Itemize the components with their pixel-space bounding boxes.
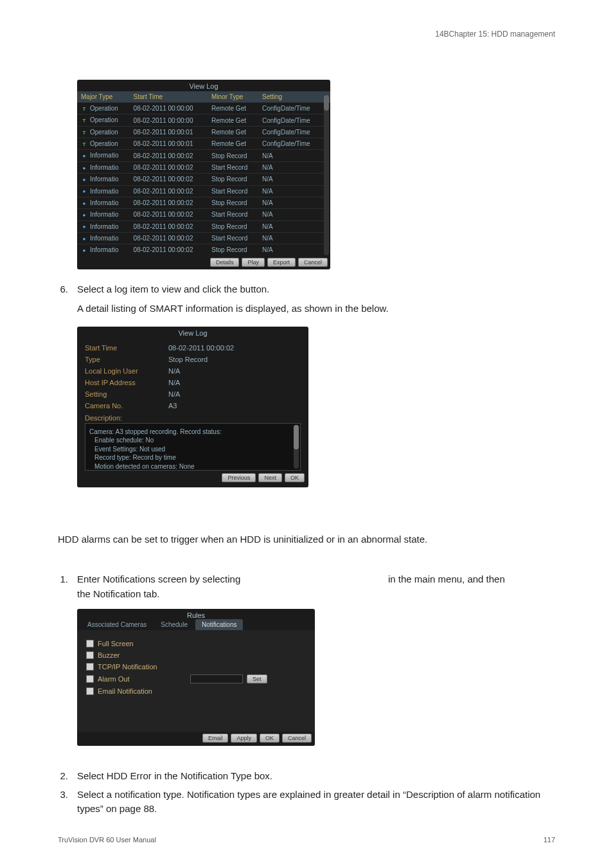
tab-associated-cameras[interactable]: Associated Cameras xyxy=(81,619,153,630)
export-button[interactable]: Export xyxy=(267,258,296,267)
lbl-alarm-out: Alarm Out xyxy=(98,675,186,683)
lbl-email-notification: Email Notification xyxy=(98,687,152,695)
information-icon: ● xyxy=(81,153,87,159)
description-textbox: Camera: A3 stopped recording. Record sta… xyxy=(85,423,301,471)
table-row[interactable]: ●Informatio 08-02-2011 00:00:02Stop Reco… xyxy=(77,174,330,185)
step-2: 2. Select HDD Error in the Notification … xyxy=(58,769,555,784)
table-row[interactable]: TOperation 08-02-2011 00:00:00Remote Get… xyxy=(77,103,330,114)
step-1-right: in the main menu, and then xyxy=(388,572,555,601)
page-footer: TruVision DVR 60 User Manual 117 xyxy=(58,836,555,844)
set-button[interactable]: Set xyxy=(247,674,267,683)
opt-email-notification[interactable]: Email Notification xyxy=(86,685,306,697)
desc-l4: Record type: Record by time xyxy=(94,453,295,462)
val-setting: N/A xyxy=(168,390,180,398)
details-button[interactable]: Details xyxy=(210,258,240,267)
step-6-text-b: button. xyxy=(240,284,269,294)
lbl-buzzer: Buzzer xyxy=(98,651,120,659)
operation-icon: T xyxy=(81,141,87,147)
lbl-setting: Setting xyxy=(85,390,168,398)
cancel-button[interactable]: Cancel xyxy=(298,258,328,267)
tab-schedule[interactable]: Schedule xyxy=(154,619,194,630)
step-2-number: 2. xyxy=(58,769,68,784)
operation-icon: T xyxy=(81,129,87,136)
rules-tabs: Associated Cameras Schedule Notification… xyxy=(81,619,315,630)
checkbox-buzzer[interactable] xyxy=(86,651,94,659)
email-button[interactable]: Email xyxy=(202,734,229,743)
table-row[interactable]: ●Informatio 08-02-2011 00:00:02Start Rec… xyxy=(77,161,330,173)
checkbox-email-notification[interactable] xyxy=(86,687,94,695)
col-start[interactable]: Start Time xyxy=(130,91,208,103)
rules-footer: Email Apply OK Cancel xyxy=(77,732,315,746)
opt-full-screen[interactable]: Full Screen xyxy=(86,638,306,649)
detail-window: View Log Start Time08-02-2011 00:00:02 T… xyxy=(77,327,308,487)
opt-tcpip[interactable]: TCP/IP Notification xyxy=(86,661,306,673)
checkbox-alarm-out[interactable] xyxy=(86,675,94,683)
cancel-button-rules[interactable]: Cancel xyxy=(282,734,312,743)
step-3-text: Select a notification type. Notification… xyxy=(77,788,555,817)
rules-title: Rules xyxy=(77,609,315,619)
information-icon: ● xyxy=(81,165,87,171)
lbl-start-time: Start Time xyxy=(85,344,168,352)
table-row[interactable]: ●Informatio 08-02-2011 00:00:02Start Rec… xyxy=(77,185,330,197)
log-footer: Details Play Export Cancel xyxy=(77,256,330,269)
table-row[interactable]: ●Informatio 08-02-2011 00:00:02Stop Reco… xyxy=(77,197,330,208)
log-table: Major Type Start Time Minor Type Setting… xyxy=(77,91,330,256)
information-icon: ● xyxy=(81,188,87,195)
opt-buzzer[interactable]: Buzzer xyxy=(86,649,306,661)
table-row[interactable]: ●Informatio 08-02-2011 00:00:02Stop Reco… xyxy=(77,150,330,161)
lbl-full-screen: Full Screen xyxy=(98,640,134,647)
information-icon: ● xyxy=(81,200,87,206)
log-scrollbar[interactable] xyxy=(324,95,329,255)
detail-window-title: View Log xyxy=(77,327,308,338)
next-button[interactable]: Next xyxy=(258,473,282,482)
col-major[interactable]: Major Type xyxy=(77,91,130,103)
desc-l2: Enable schedule: No xyxy=(94,436,295,445)
step-6: 6. Select a log item to view and click t… xyxy=(58,282,555,323)
step-3-number: 3. xyxy=(58,788,68,817)
tab-notifications[interactable]: Notifications xyxy=(195,619,243,630)
val-type: Stop Record xyxy=(168,356,208,363)
table-row[interactable]: ●Informatio 08-02-2011 00:00:02Stop Reco… xyxy=(77,244,330,256)
step-6-text-a: Select a log item to view and click the xyxy=(77,284,240,294)
table-row[interactable]: TOperation 08-02-2011 00:00:01Remote Get… xyxy=(77,138,330,150)
detail-scroll-thumb[interactable] xyxy=(294,425,299,449)
col-minor[interactable]: Minor Type xyxy=(208,91,258,103)
detail-footer: Previous Next OK xyxy=(77,471,308,485)
val-local-login: N/A xyxy=(168,367,180,375)
checkbox-full-screen[interactable] xyxy=(86,640,94,647)
step-6-number: 6. xyxy=(58,282,68,323)
lbl-local-login: Local Login User xyxy=(85,367,168,375)
footer-page-number: 117 xyxy=(544,836,555,844)
opt-alarm-out: Alarm Out Set xyxy=(86,673,306,685)
play-button[interactable]: Play xyxy=(242,258,265,267)
step-1: 1. Enter Notifications screen by selecti… xyxy=(58,572,555,601)
apply-button[interactable]: Apply xyxy=(231,734,257,743)
table-row[interactable]: ●Informatio 08-02-2011 00:00:02Start Rec… xyxy=(77,232,330,244)
previous-button[interactable]: Previous xyxy=(222,473,256,482)
ok-button[interactable]: OK xyxy=(285,473,305,482)
checkbox-tcpip[interactable] xyxy=(86,663,94,671)
step-1-number: 1. xyxy=(58,572,68,601)
rules-window: Rules Associated Cameras Schedule Notifi… xyxy=(77,609,315,746)
table-row[interactable]: ●Informatio 08-02-2011 00:00:02Start Rec… xyxy=(77,209,330,221)
table-row[interactable]: ●Informatio 08-02-2011 00:00:02Stop Reco… xyxy=(77,221,330,232)
log-window-figure: View Log Major Type Start Time Minor Typ… xyxy=(77,80,555,269)
log-window-title: View Log xyxy=(77,80,330,91)
detail-scrollbar[interactable] xyxy=(294,425,299,469)
step-1-text-b: the Notification tab. xyxy=(77,588,159,599)
operation-icon: T xyxy=(81,118,87,124)
step-2-text: Select HDD Error in the Notification Typ… xyxy=(77,769,555,784)
table-row[interactable]: TOperation 08-02-2011 00:00:00Remote Get… xyxy=(77,114,330,126)
col-setting[interactable]: Setting xyxy=(258,91,330,103)
hdd-alarm-paragraph: HDD alarms can be set to trigger when an… xyxy=(58,532,555,547)
information-icon: ● xyxy=(81,224,87,230)
log-scroll-thumb[interactable] xyxy=(324,95,329,111)
ok-button-rules[interactable]: OK xyxy=(260,734,280,743)
lbl-tcpip: TCP/IP Notification xyxy=(98,663,157,671)
alarm-out-field[interactable] xyxy=(190,674,243,683)
table-row[interactable]: TOperation 08-02-2011 00:00:01Remote Get… xyxy=(77,126,330,138)
information-icon: ● xyxy=(81,212,87,219)
rules-body: Full Screen Buzzer TCP/IP Notification A… xyxy=(77,630,315,732)
information-icon: ● xyxy=(81,248,87,254)
desc-l3: Event Settings: Not used xyxy=(94,445,295,454)
